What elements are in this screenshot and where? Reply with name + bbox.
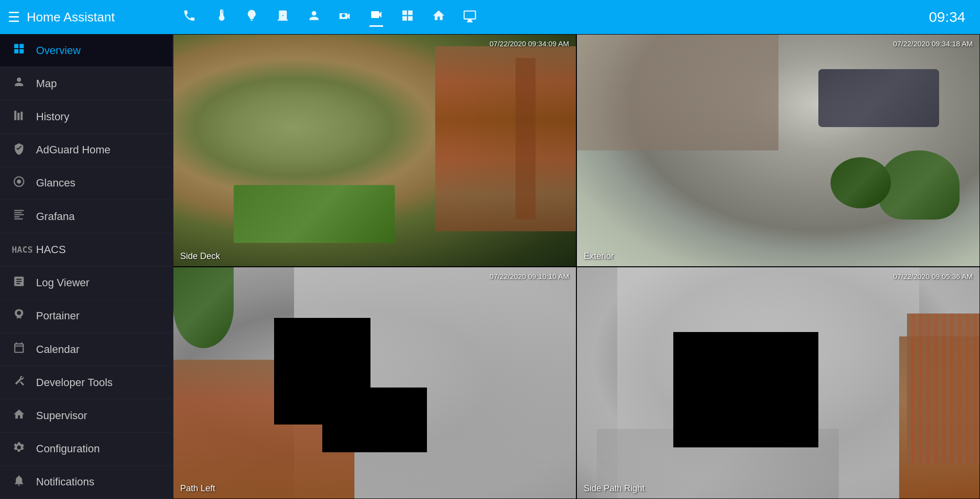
svg-rect-9 [14,214,24,215]
sidebar: Overview Map History AdGuard Home Glance [0,34,173,499]
svg-rect-3 [18,112,19,120]
monitor-icon[interactable] [463,9,477,25]
camera-side-deck[interactable]: 07/22/2020 09:34:09 AM Side Deck [173,34,576,267]
sidebar-item-label-adguard: AdGuard Home [36,144,111,156]
sidebar-item-hacs[interactable]: HACS HACS [0,233,172,266]
top-bar: ☰ Home Assistant [0,0,980,34]
grafana-icon [12,208,26,224]
sidebar-item-glances[interactable]: Glances [0,167,172,200]
sidebar-item-devtools[interactable]: Developer Tools [0,366,172,399]
sidebar-item-label-portainer: Portainer [36,310,79,322]
history-icon [12,109,26,125]
sidebar-item-overview[interactable]: Overview [0,34,172,67]
sidebar-item-logviewer[interactable]: Log Viewer [0,267,172,300]
sidebar-item-supervisor[interactable]: Supervisor [0,399,172,432]
security-camera-icon[interactable] [338,9,352,25]
sidebar-item-label-hacs: HACS [36,243,66,256]
camera-label-path-left: Path Left [180,483,215,494]
sidebar-item-label-grafana: Grafana [36,210,75,223]
svg-rect-2 [14,111,16,120]
svg-rect-11 [14,219,22,220]
top-bar-nav [173,8,929,27]
sidebar-item-label-calendar: Calendar [36,343,79,356]
glances-icon [12,175,26,191]
sidebar-item-notifications[interactable]: Notifications [0,466,172,499]
sidebar-item-label-map: Map [36,77,57,90]
svg-rect-7 [14,210,24,211]
sidebar-item-label-devtools: Developer Tools [36,376,112,389]
camera-path-right[interactable]: 07/22/2020 09:05:36 AM Side Path Right [576,267,980,499]
person-icon[interactable] [307,9,321,25]
camera-timestamp-side-deck: 07/22/2020 09:34:09 AM [490,39,569,48]
svg-point-0 [312,11,316,16]
supervisor-icon [12,408,26,424]
devtools-icon [12,374,26,390]
grid-view-icon[interactable] [401,9,414,25]
camera-grid: 07/22/2020 09:34:09 AM Side Deck 07/22/2… [173,34,980,499]
sidebar-item-adguard[interactable]: AdGuard Home [0,134,172,167]
home-icon[interactable] [432,9,445,25]
video-camera-icon[interactable] [370,8,383,27]
app-title: Home Assistant [27,10,115,25]
door-icon[interactable] [276,9,290,25]
map-icon [12,75,26,92]
sidebar-item-label-logviewer: Log Viewer [36,277,90,289]
camera-timestamp-path-left: 07/22/2020 09:10:10 AM [490,272,569,280]
camera-timestamp-exterior: 07/22/2020 09:34:18 AM [893,39,973,48]
svg-point-6 [17,180,21,184]
sidebar-item-label-overview: Overview [36,44,81,57]
sidebar-item-label-notifications: Notifications [36,476,94,488]
sidebar-item-label-supervisor: Supervisor [36,409,87,422]
svg-rect-8 [14,212,21,213]
thermostat-icon[interactable] [214,9,227,25]
camera-path-left[interactable]: 07/22/2020 09:10:10 AM Path Left [173,267,576,499]
clock: 09:34 [929,9,980,25]
main-layout: Overview Map History AdGuard Home Glance [0,34,980,499]
overview-icon [12,42,26,58]
camera-label-side-deck: Side Deck [180,251,220,261]
phone-icon[interactable] [183,9,196,25]
svg-rect-10 [14,216,19,217]
camera-label-path-right: Side Path Right [584,483,645,494]
svg-rect-4 [20,111,22,120]
camera-timestamp-path-right: 07/22/2020 09:05:36 AM [893,272,973,280]
hamburger-icon[interactable]: ☰ [8,9,20,25]
sidebar-item-label-history: History [36,111,69,123]
sidebar-item-grafana[interactable]: Grafana [0,200,172,233]
camera-label-exterior: Exterior [584,251,614,261]
sidebar-item-configuration[interactable]: Configuration [0,433,172,466]
notifications-icon [12,474,26,490]
sidebar-item-history[interactable]: History [0,100,172,133]
hacs-icon: HACS [12,244,26,255]
camera-exterior[interactable]: 07/22/2020 09:34:18 AM Exterior [576,34,980,267]
portainer-icon [12,308,26,324]
adguard-icon [12,142,26,158]
redact-box-3 [673,332,818,448]
light-icon[interactable] [245,9,259,25]
sidebar-item-label-configuration: Configuration [36,443,100,455]
sidebar-item-map[interactable]: Map [0,67,172,100]
svg-point-1 [17,78,21,82]
redact-box-2 [322,388,427,452]
sidebar-item-portainer[interactable]: Portainer [0,300,172,333]
app-branding: ☰ Home Assistant [0,9,173,25]
logviewer-icon [12,275,26,291]
sidebar-item-calendar[interactable]: Calendar [0,333,172,366]
sidebar-item-label-glances: Glances [36,177,75,189]
configuration-icon [12,441,26,457]
calendar-icon [12,341,26,357]
